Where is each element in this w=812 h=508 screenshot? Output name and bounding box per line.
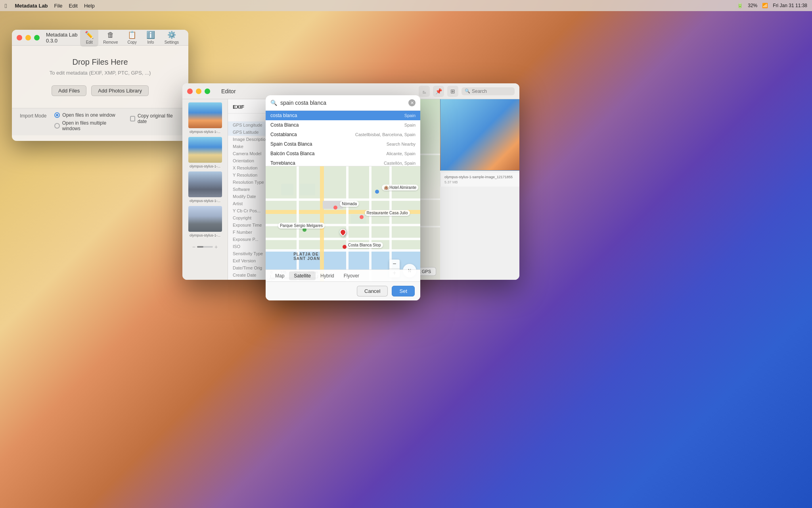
set-button[interactable]: Set [392, 286, 415, 296]
ac-item-2[interactable]: Costablanca Castellbisbal, Barcelona, Sp… [266, 130, 420, 139]
menubar-left:  Metadata Lab File Edit Help [5, 2, 95, 9]
menubar-right: 🔋 32% 📶 Fri Jan 31 11:38 [737, 3, 807, 8]
map-road-h5 [266, 249, 420, 252]
editor-grid-icon[interactable]: ⊞ [447, 86, 458, 97]
close-button[interactable] [17, 35, 22, 40]
ac-item-4[interactable]: Balcón Costa Blanca Alicante, Spain [266, 149, 420, 158]
radio-open-multiple-windows[interactable]: Open in files multiple windows [54, 120, 122, 131]
map-bg: 🏨 Hotel Almirante Nómada Restaurante Cas… [266, 166, 420, 281]
poi-stop-label: Costa Blanca Stop [346, 242, 383, 248]
window-controls [17, 35, 40, 40]
thumbnail-prev-icon[interactable]: − [192, 244, 195, 250]
editor-toolbar-right: ⎁ 📌 ⊞ 🔍 [419, 86, 515, 97]
map-road-v3 [346, 166, 349, 281]
gps-dialog: 🔍 ✕ costa blanca Spain Costa Blanca Spai… [266, 95, 420, 300]
thumbnail-label-3: olympus-stylus-1-... [190, 233, 220, 237]
toolbar-settings-btn[interactable]: ⚙️ Settings [160, 30, 184, 47]
editor-pin-icon[interactable]: 📌 [433, 86, 444, 97]
menubar-app-name[interactable]: Metadata Lab [15, 3, 48, 9]
menu-file[interactable]: File [54, 3, 63, 9]
poi-nomada-label: Nómada [340, 201, 359, 207]
add-files-button[interactable]: Add Files [52, 85, 86, 96]
map-type-flyover-btn[interactable]: Flyover [339, 271, 364, 280]
platja-label: PLATJA DESANT JOAN [293, 252, 320, 261]
battery-icon: 🔋 [737, 3, 743, 8]
map-block-1 [281, 184, 293, 195]
editor-search-input[interactable] [472, 89, 511, 94]
thumbnail-item-1[interactable]: olympus-stylus-1-... [187, 137, 223, 168]
editor-share-icon[interactable]: ⎁ [419, 86, 430, 97]
ac-region-3: Search Nearby [387, 142, 416, 146]
gps-search-input[interactable] [280, 100, 405, 106]
drop-subtitle: To edit metadata (EXIF, XMP, PTC, GPS, .… [50, 70, 151, 76]
copy-original-date-option[interactable]: Copy original file date [130, 112, 180, 124]
edit-icon: ✏️ [85, 31, 94, 39]
drop-zone: Drop Files Here To edit metadata (EXIF, … [12, 46, 188, 108]
map-type-hybrid-btn[interactable]: Hybrid [316, 271, 339, 280]
settings-label: Settings [165, 40, 179, 44]
editor-search-icon: 🔍 [465, 89, 470, 94]
gps-search-icon: 🔍 [270, 100, 277, 106]
ac-region-5: Castellón, Spain [384, 161, 416, 165]
info-label: Info [147, 40, 154, 44]
ac-region-4: Alicante, Spain [387, 151, 416, 156]
import-radio-options: Open files in one window Open in files m… [54, 112, 122, 131]
battery-percent: 32% [748, 3, 757, 8]
remove-icon: 🗑 [107, 31, 114, 39]
cancel-button[interactable]: Cancel [357, 286, 388, 296]
thumbnail-next-icon[interactable]: + [214, 244, 218, 250]
menu-help[interactable]: Help [84, 3, 95, 9]
ac-region-2: Castellbisbal, Barcelona, Spain [355, 132, 416, 137]
ac-item-0[interactable]: costa blanca Spain [266, 111, 420, 120]
thumbnail-label-2: olympus-stylus-1-... [190, 199, 220, 203]
ac-item-5[interactable]: Torreblanca Castellón, Spain [266, 158, 420, 166]
menu-edit[interactable]: Edit [69, 3, 78, 9]
settings-icon: ⚙️ [167, 31, 176, 39]
ac-region-1: Spain [404, 123, 416, 127]
add-photos-button[interactable]: Add Photos Library [91, 85, 149, 96]
toolbar-copy-btn[interactable]: 📋 Copy [123, 30, 142, 47]
radio-open-one-window[interactable]: Open files in one window [54, 112, 122, 118]
toolbar-edit-btn[interactable]: ✏️ Edit [80, 30, 98, 47]
menubar-menu-items: File Edit Help [54, 3, 95, 9]
thumbnail-item-3[interactable]: olympus-stylus-1-... [187, 206, 223, 237]
apple-icon[interactable]:  [5, 2, 7, 9]
import-mode-section: Import Mode Open files in one window Ope… [12, 108, 188, 135]
editor-close-button[interactable] [187, 89, 193, 94]
poi-hotel-almirante-dot [375, 190, 379, 194]
radio-label-1: Open files in one window [62, 112, 115, 118]
wifi-icon: 📶 [762, 3, 768, 8]
copy-label: Copy [128, 40, 137, 44]
editor-maximize-button[interactable] [205, 89, 210, 94]
ac-item-3[interactable]: Spain Costa Blanca Search Nearby [266, 139, 420, 149]
main-window-titlebar: Metadata Lab 0.3.0 ✏️ Edit 🗑 Remove 📋 Co… [12, 30, 188, 46]
gps-search-bar: 🔍 ✕ [266, 95, 420, 111]
toolbar-info-btn[interactable]: ℹ️ Info [142, 30, 160, 47]
gps-search-clear-btn[interactable]: ✕ [408, 99, 416, 106]
thumbnail-item-2[interactable]: olympus-stylus-1-... [187, 171, 223, 203]
toolbar-remove-btn[interactable]: 🗑 Remove [98, 30, 123, 47]
map-type-satellite-btn[interactable]: Satellite [289, 271, 316, 280]
radio-dot-2 [54, 123, 59, 129]
thumbnail-img-3 [188, 206, 222, 232]
map-type-map-btn[interactable]: Map [270, 271, 289, 280]
main-window-title: Metadata Lab 0.3.0 [46, 32, 80, 44]
main-app-toolbar: ✏️ Edit 🗑 Remove 📋 Copy ℹ️ Info ⚙️ Setti… [80, 30, 184, 47]
maximize-button[interactable] [34, 35, 40, 40]
ac-item-1[interactable]: Costa Blanca Spain [266, 120, 420, 130]
menubar:  Metadata Lab File Edit Help 🔋 32% 📶 Fr… [0, 0, 812, 11]
gps-map[interactable]: 🏨 Hotel Almirante Nómada Restaurante Cas… [266, 166, 420, 281]
map-road-h4 [266, 238, 420, 240]
map-road-v4 [369, 166, 372, 281]
map-zoom-out-btn[interactable]: − [389, 260, 400, 268]
copy-icon: 📋 [128, 31, 136, 39]
thumbnail-item-0[interactable]: olympus-stylus-1-... [187, 102, 223, 134]
minimize-button[interactable] [25, 35, 31, 40]
photo-preview [440, 99, 519, 171]
ac-place-5: Torreblanca [270, 160, 384, 166]
main-window: Metadata Lab 0.3.0 ✏️ Edit 🗑 Remove 📋 Co… [12, 30, 188, 141]
editor-title: Editor [221, 88, 236, 94]
editor-minimize-button[interactable] [196, 89, 201, 94]
thumbnail-img-0 [188, 102, 222, 128]
autocomplete-list: costa blanca Spain Costa Blanca Spain Co… [266, 111, 420, 166]
